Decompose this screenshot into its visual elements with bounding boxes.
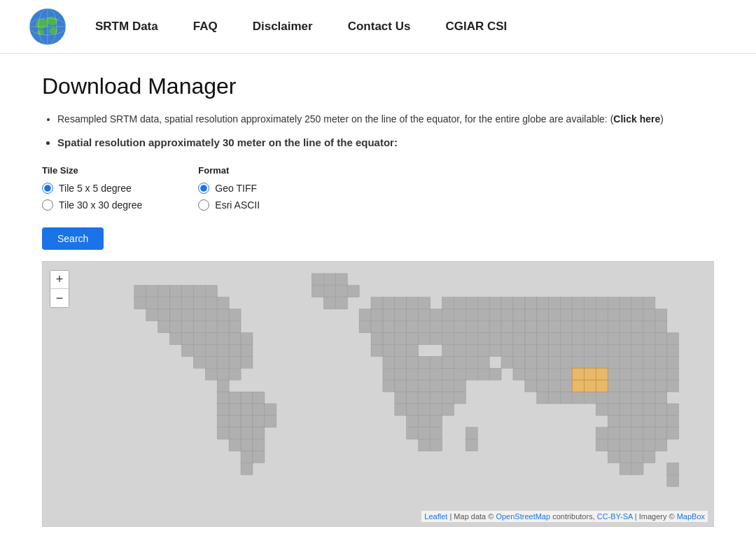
svg-rect-208 — [573, 309, 584, 320]
svg-rect-129 — [395, 356, 407, 368]
svg-rect-249 — [643, 332, 655, 344]
nav-link-faq[interactable]: FAQ — [193, 20, 218, 33]
svg-rect-93 — [347, 285, 359, 297]
bullet-item-250m: Resampled SRTM data, spatial resolution … — [57, 112, 714, 127]
svg-rect-236 — [489, 332, 501, 344]
svg-rect-238 — [513, 332, 525, 344]
svg-rect-227 — [584, 320, 596, 332]
svg-rect-317 — [608, 392, 620, 404]
svg-rect-190 — [573, 297, 584, 309]
svg-rect-214 — [643, 309, 655, 320]
svg-rect-86 — [241, 463, 253, 474]
svg-rect-142 — [407, 380, 419, 392]
tile-5-radio[interactable] — [42, 183, 53, 194]
svg-rect-101 — [359, 309, 371, 320]
nav-link-cgiar-csi[interactable]: CGIAR CSI — [445, 20, 507, 33]
svg-rect-330 — [620, 415, 631, 427]
svg-rect-136 — [407, 368, 419, 380]
svg-rect-175 — [454, 368, 465, 380]
svg-rect-187 — [537, 297, 549, 309]
svg-rect-211 — [608, 309, 620, 320]
svg-rect-310 — [667, 380, 679, 392]
svg-rect-87 — [312, 273, 324, 285]
nav-link-srtm-data[interactable]: SRTM Data — [95, 20, 158, 33]
nav-links: SRTM Data FAQ Disclaimer Contact Us CGIA… — [95, 20, 507, 34]
geotiff-radio[interactable] — [198, 183, 209, 194]
svg-rect-23 — [193, 297, 205, 309]
svg-rect-54 — [193, 356, 205, 368]
svg-rect-300 — [549, 380, 561, 392]
svg-rect-331 — [631, 415, 643, 427]
svg-rect-352 — [620, 463, 631, 474]
svg-rect-281 — [643, 356, 655, 368]
leaflet-link[interactable]: Leaflet — [424, 512, 447, 521]
zoom-out-button[interactable]: − — [50, 289, 69, 307]
nav-item-faq[interactable]: FAQ — [193, 20, 218, 34]
svg-rect-161 — [407, 427, 419, 439]
tile-30-radio-label[interactable]: Tile 30 x 30 degree — [42, 199, 142, 211]
svg-rect-145 — [442, 380, 454, 392]
svg-rect-135 — [395, 368, 407, 380]
svg-rect-296 — [655, 368, 667, 380]
cc-link[interactable]: CC-BY-SA — [597, 512, 633, 521]
bullet-item-30m: Spatial resolution approximately 30 mete… — [57, 135, 714, 151]
svg-rect-105 — [407, 309, 419, 320]
svg-rect-12 — [146, 285, 158, 297]
svg-rect-51 — [217, 344, 229, 356]
svg-rect-271 — [525, 356, 537, 368]
svg-rect-94 — [323, 297, 335, 309]
svg-rect-277 — [596, 356, 608, 368]
svg-rect-274 — [561, 356, 573, 368]
mapbox-link[interactable]: MapBox — [677, 512, 705, 521]
svg-rect-251 — [667, 332, 679, 344]
svg-rect-343 — [608, 439, 620, 451]
svg-rect-98 — [395, 297, 407, 309]
svg-rect-225 — [561, 320, 573, 332]
svg-rect-287 — [549, 368, 561, 380]
tile-30-label: Tile 30 x 30 degree — [59, 199, 142, 211]
svg-rect-239 — [525, 332, 537, 344]
svg-rect-355 — [667, 474, 679, 486]
map-footer-text2: contributors, — [552, 512, 597, 521]
svg-rect-119 — [407, 332, 419, 344]
form-area: Tile Size Tile 5 x 5 degree Tile 30 x 30… — [42, 165, 714, 216]
map-footer-text3: | Imagery © — [635, 512, 677, 521]
svg-rect-36 — [181, 320, 193, 332]
site-logo[interactable] — [28, 7, 67, 46]
esriascii-radio-label[interactable]: Esri ASCII — [198, 199, 260, 211]
svg-rect-90 — [312, 285, 324, 297]
svg-rect-284 — [513, 368, 525, 380]
svg-rect-103 — [383, 309, 395, 320]
svg-rect-37 — [193, 320, 205, 332]
svg-rect-126 — [395, 344, 407, 356]
svg-rect-315 — [584, 392, 596, 404]
geotiff-radio-label[interactable]: Geo TIFF — [198, 183, 260, 194]
svg-rect-223 — [537, 320, 549, 332]
svg-rect-305 — [608, 380, 620, 392]
click-here-link[interactable]: Click here — [613, 113, 660, 125]
tile-5-radio-label[interactable]: Tile 5 x 5 degree — [42, 183, 142, 194]
osm-link[interactable]: OpenStreetMap — [496, 512, 550, 521]
map-svg[interactable] — [43, 262, 713, 526]
svg-rect-189 — [561, 297, 573, 309]
nav-item-contact-us[interactable]: Contact Us — [348, 20, 411, 34]
svg-rect-134 — [383, 368, 395, 380]
svg-rect-313 — [561, 392, 573, 404]
svg-rect-150 — [430, 392, 442, 404]
zoom-in-button[interactable]: + — [50, 271, 69, 289]
nav-item-srtm-data[interactable]: SRTM Data — [95, 20, 158, 34]
svg-rect-342 — [596, 439, 608, 451]
nav-item-cgiar-csi[interactable]: CGIAR CSI — [445, 20, 507, 34]
svg-rect-345 — [631, 439, 643, 451]
nav-link-contact-us[interactable]: Contact Us — [348, 20, 411, 33]
svg-rect-88 — [323, 273, 335, 285]
svg-rect-40 — [229, 320, 241, 332]
svg-rect-243 — [573, 332, 584, 344]
tile-30-radio[interactable] — [42, 199, 53, 211]
nav-link-disclaimer[interactable]: Disclaimer — [253, 20, 313, 33]
svg-rect-218 — [477, 320, 489, 332]
esriascii-radio[interactable] — [198, 199, 209, 211]
nav-item-disclaimer[interactable]: Disclaimer — [253, 20, 313, 34]
svg-rect-74 — [241, 415, 253, 427]
search-button[interactable]: Search — [42, 227, 104, 250]
